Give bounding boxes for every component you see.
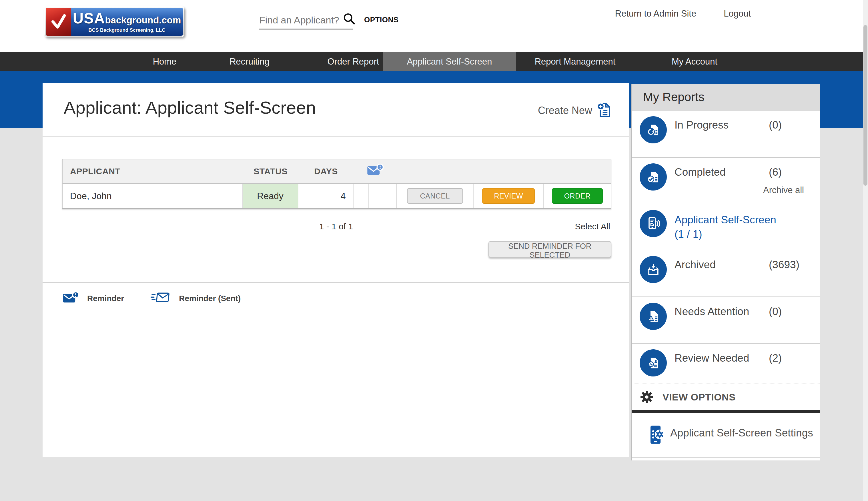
table-header-row: APPLICANT STATUS DAYS xyxy=(63,159,611,184)
logo-usa-text: USA xyxy=(73,11,105,26)
applicant-self-screen-settings-button[interactable]: Applicant Self-Screen Settings xyxy=(632,413,820,457)
sidebar-item-in-progress[interactable]: In Progress(0) xyxy=(632,110,820,158)
search-input[interactable] xyxy=(259,11,353,30)
table-row: Doe, John Ready 4 CANCEL REVIEW ORDER xyxy=(63,184,611,208)
sidebar-item-count: (1 / 1) xyxy=(674,228,702,240)
legend: Reminder Reminder (Sent) xyxy=(62,291,259,306)
send-reminder-button[interactable]: SEND REMINDER FOR SELECTED xyxy=(489,241,611,258)
page: USAbackground.com BCS Background Screeni… xyxy=(0,0,868,501)
view-options-button[interactable]: VIEW OPTIONS xyxy=(632,384,820,410)
sidebar-item-count: (0) xyxy=(769,306,782,317)
sidebar-item-needs-attention[interactable]: Needs Attention(0) xyxy=(632,297,820,344)
scrollbar[interactable] xyxy=(863,0,868,501)
settings-label: Applicant Self-Screen Settings xyxy=(670,427,813,439)
sidebar-item-count: (3693) xyxy=(769,259,799,270)
sidebar-item-label: Archived xyxy=(674,259,769,271)
company-logo[interactable]: USAbackground.com BCS Background Screeni… xyxy=(44,6,184,37)
select-all-link[interactable]: Select All xyxy=(575,222,610,231)
sidebar-item-label: Completed xyxy=(674,166,769,178)
days-cell: 4 xyxy=(299,184,354,208)
status-cell: Ready xyxy=(243,184,299,208)
applicant-name-cell[interactable]: Doe, John xyxy=(63,184,243,208)
create-new-document-plus-icon xyxy=(596,102,611,119)
column-header-status: STATUS xyxy=(243,159,299,183)
review-button[interactable]: REVIEW xyxy=(482,188,535,204)
sidebar-footer-strip xyxy=(632,458,820,460)
nav-item-my-account[interactable]: My Account xyxy=(672,52,718,71)
sidebar-divider-bar xyxy=(632,410,820,413)
column-header-empty-1 xyxy=(397,159,473,183)
nav-item-home[interactable]: Home xyxy=(153,52,177,71)
main-content-card: Applicant: Applicant Self-Screen Create … xyxy=(43,83,629,457)
sidebar-item-label: Needs Attention xyxy=(674,306,769,318)
page-title: Applicant: Applicant Self-Screen xyxy=(64,97,316,118)
document-check-icon xyxy=(640,163,667,191)
reminder-flag-cell xyxy=(354,184,369,208)
logout-link[interactable]: Logout xyxy=(724,9,751,19)
logo-domain-text: background.com xyxy=(105,15,181,25)
sidebar-item-label: In Progress xyxy=(674,119,769,131)
card-header: Applicant: Applicant Self-Screen Create … xyxy=(43,83,629,137)
search-icon xyxy=(343,22,356,26)
phone-check-icon xyxy=(640,210,667,237)
sidebar-item-completed[interactable]: Completed(6) Archive all xyxy=(632,158,820,204)
phone-gear-icon xyxy=(647,424,666,448)
sidebar-item-archived[interactable]: Archived(3693) xyxy=(632,250,820,297)
search-button[interactable] xyxy=(343,13,356,29)
sidebar-item-count: (2) xyxy=(769,352,782,364)
reminder-legend-label: Reminder xyxy=(87,294,124,303)
options-button[interactable]: OPTIONS xyxy=(364,15,399,26)
document-sync-icon xyxy=(640,116,667,143)
cancel-cell: CANCEL xyxy=(397,184,473,208)
reminder-sent-legend-label: Reminder (Sent) xyxy=(179,294,241,303)
cancel-button[interactable]: CANCEL xyxy=(407,188,463,204)
nav-item-applicant-self-screen[interactable]: Applicant Self-Screen xyxy=(383,52,516,71)
sidebar-item-label: Review Needed xyxy=(674,352,769,364)
view-options-label: VIEW OPTIONS xyxy=(662,392,735,403)
sidebar-item-count: (0) xyxy=(769,119,782,131)
review-cell: REVIEW xyxy=(473,184,544,208)
my-reports-header: My Reports xyxy=(632,84,820,110)
top-links: Return to Admin Site Logout xyxy=(615,9,751,19)
select-checkbox-cell[interactable] xyxy=(369,184,397,208)
card-divider xyxy=(43,282,629,283)
logo-checkmark-icon xyxy=(46,8,71,36)
logo-subtitle: BCS Background Screening, LLC xyxy=(88,28,165,33)
main-nav: Home Recruiting Order Report Applicant S… xyxy=(0,52,868,71)
create-new-label: Create New xyxy=(538,105,592,117)
gear-icon xyxy=(640,391,653,404)
reminder-sent-envelope-icon xyxy=(150,291,171,306)
nav-item-order-report[interactable]: Order Report xyxy=(327,52,379,71)
sidebar-item-applicant-self-screen[interactable]: Applicant Self-Screen(1 / 1) xyxy=(632,204,820,250)
order-cell: ORDER xyxy=(544,184,611,208)
return-admin-link[interactable]: Return to Admin Site xyxy=(615,9,696,19)
order-button[interactable]: ORDER xyxy=(552,188,603,204)
reminder-envelope-icon xyxy=(366,163,384,179)
sidebar-item-count: (6) xyxy=(769,166,782,178)
column-header-empty-2 xyxy=(473,159,544,183)
scrollbar-thumb[interactable] xyxy=(864,25,867,186)
column-header-days: DAYS xyxy=(299,159,354,183)
archive-icon xyxy=(640,256,667,283)
document-search-icon xyxy=(640,349,667,376)
sidebar-item-label: Applicant Self-Screen xyxy=(674,214,776,226)
pagination-text: 1 - 1 of 1 xyxy=(62,222,610,231)
nav-item-recruiting[interactable]: Recruiting xyxy=(230,52,270,71)
search-area: OPTIONS xyxy=(259,11,399,30)
create-new-button[interactable]: Create New xyxy=(538,102,611,119)
archive-all-link[interactable]: Archive all xyxy=(763,185,804,195)
topbar: USAbackground.com BCS Background Screeni… xyxy=(0,0,868,52)
document-warning-icon xyxy=(640,303,667,330)
sidebar-item-review-needed[interactable]: Review Needed(2) xyxy=(632,344,820,384)
nav-item-report-management[interactable]: Report Management xyxy=(535,52,616,71)
column-header-empty-3 xyxy=(544,159,611,183)
reminder-envelope-alert-icon xyxy=(62,291,80,306)
my-reports-panel: My Reports In Progress(0) xyxy=(631,84,820,460)
my-reports-title: My Reports xyxy=(632,90,704,104)
column-header-applicant: APPLICANT xyxy=(63,159,243,183)
logo-text: USAbackground.com BCS Background Screeni… xyxy=(71,8,183,36)
column-header-reminder xyxy=(354,159,397,183)
applicants-table: APPLICANT STATUS DAYS xyxy=(62,159,611,209)
